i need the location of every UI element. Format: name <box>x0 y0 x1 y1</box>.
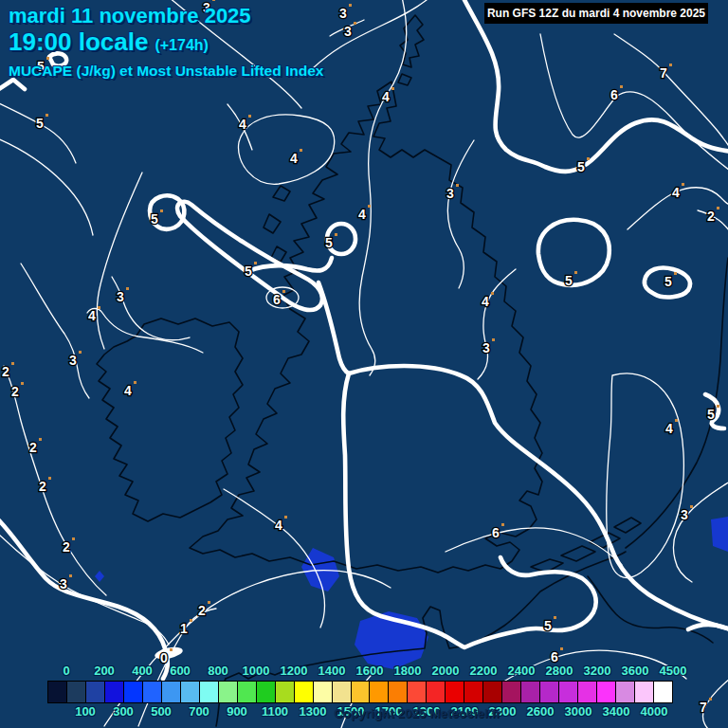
color-scale-cell <box>333 682 352 702</box>
color-scale-cell <box>143 682 162 702</box>
color-scale-value: 1400 <box>318 664 346 678</box>
contour-label-tick <box>98 306 100 309</box>
contour-value-label: 6 <box>273 292 281 307</box>
color-scale-value: 0 <box>63 664 69 678</box>
copyright-notice: Copyright 2025 Meteociel.fr <box>334 706 500 720</box>
contour-value-label: 3 <box>446 186 454 201</box>
contour-value-label: 4 <box>482 294 489 309</box>
color-scale-cell <box>502 682 521 702</box>
contour-value-label: 4 <box>672 185 680 200</box>
contour-label-tick <box>675 419 678 422</box>
contour-value-label: 2 <box>11 384 19 399</box>
color-scale-cell <box>314 682 333 702</box>
contour-value-label: 4 <box>275 518 282 533</box>
contour-label-tick <box>190 619 192 622</box>
contour-value-label: 2 <box>63 539 70 555</box>
contour-label-tick <box>349 4 352 7</box>
forecast-offset: (+174h) <box>155 37 208 53</box>
contour-label-tick <box>335 233 337 236</box>
contour-value-label: 5 <box>325 235 333 250</box>
color-scale-value: 800 <box>208 664 228 678</box>
sea-background <box>0 0 728 728</box>
contour-value-label: 4 <box>665 421 673 436</box>
contour-label-tick <box>391 87 394 90</box>
color-scale-value: 1200 <box>281 664 308 678</box>
contour-label-tick <box>248 115 251 118</box>
parameter-subtitle: MUCAPE (J/kg) et Most Unstable Lifted In… <box>9 63 323 80</box>
contour-value-label: 2 <box>707 209 715 224</box>
contour-label-tick <box>717 405 719 408</box>
color-scale-value: 4500 <box>660 664 687 678</box>
color-scale-value: 4000 <box>641 704 668 719</box>
contour-label-tick <box>492 338 495 341</box>
color-scale-value: 2800 <box>546 664 573 678</box>
contour-value-label: 6 <box>610 87 618 102</box>
contour-value-label: 1 <box>180 621 188 636</box>
contour-value-label: 4 <box>239 117 246 132</box>
contour-label-tick <box>21 382 24 385</box>
color-scale-cell <box>559 682 578 702</box>
contour-label-tick <box>160 209 163 212</box>
contour-value-label: 4 <box>358 207 366 222</box>
contour-label-tick <box>208 601 210 604</box>
color-scale-value: 1600 <box>356 664 384 678</box>
contour-value-label: 4 <box>290 151 298 166</box>
contour-label-tick <box>254 262 257 264</box>
color-scale-value: 700 <box>189 704 209 719</box>
contour-value-label: 5 <box>707 407 715 422</box>
forecast-map: 3335544435674255546343422222355434210656… <box>0 0 728 728</box>
color-scale-value: 2200 <box>470 664 498 678</box>
color-scale-cell <box>446 682 464 702</box>
contour-value-label: 6 <box>492 525 500 540</box>
contour-value-label: 3 <box>344 24 352 39</box>
contour-value-label: 2 <box>198 603 206 618</box>
color-scale-value: 2400 <box>508 664 536 678</box>
contour-label-tick <box>46 114 48 117</box>
contour-label-tick <box>574 271 577 274</box>
contour-value-label: 4 <box>124 383 132 398</box>
contour-label-tick <box>46 57 49 60</box>
color-scale-value: 2000 <box>432 664 460 678</box>
color-scale-cell <box>219 682 238 702</box>
color-scale-value: 400 <box>132 664 153 678</box>
color-scale-value: 100 <box>75 704 96 719</box>
contour-label-tick <box>212 0 215 1</box>
color-scale-value: 3400 <box>603 704 630 719</box>
contour-label-tick <box>72 537 75 540</box>
color-scale-cell <box>408 682 427 702</box>
contour-label-tick <box>491 292 494 295</box>
color-scale-cell <box>521 682 540 702</box>
contour-value-label: 6 <box>551 649 558 664</box>
color-scale-cell <box>483 682 502 702</box>
color-scale-value: 1100 <box>262 704 288 719</box>
color-scale-cell <box>427 682 446 702</box>
contour-value-label: 2 <box>39 479 46 494</box>
weather-map-page: 3335544435674255546343422222355434210656… <box>0 0 728 728</box>
contour-label-tick <box>717 207 719 209</box>
color-scale-value: 3600 <box>622 664 649 678</box>
contour-value-label: 3 <box>482 340 490 355</box>
contour-value-label: 5 <box>565 273 573 288</box>
contour-label-tick <box>282 290 285 293</box>
contour-value-label: 4 <box>382 89 390 104</box>
contour-label-tick <box>170 648 173 651</box>
contour-value-label: 2 <box>2 364 9 379</box>
contour-label-tick <box>709 698 712 701</box>
color-scale-value: 2600 <box>527 704 555 719</box>
contour-label-tick <box>69 574 72 577</box>
color-scale-cell <box>597 682 616 702</box>
contour-value-label: 5 <box>664 274 672 289</box>
time-line: 19:00 locale(+174h) <box>9 27 209 57</box>
color-scale-value: 3000 <box>565 704 592 719</box>
color-scale-cell <box>105 682 124 702</box>
contour-value-label: 5 <box>245 264 252 279</box>
color-scale-cell <box>464 682 483 702</box>
contour-label-tick <box>284 516 287 519</box>
color-scale-value: 1300 <box>300 704 327 719</box>
contour-value-label: 3 <box>69 353 77 368</box>
mucape-color-scale <box>47 681 673 703</box>
color-scale-value: 200 <box>94 664 115 678</box>
color-scale-value: 600 <box>170 664 191 678</box>
color-scale-cell <box>200 682 219 702</box>
contour-label-tick <box>674 272 677 275</box>
